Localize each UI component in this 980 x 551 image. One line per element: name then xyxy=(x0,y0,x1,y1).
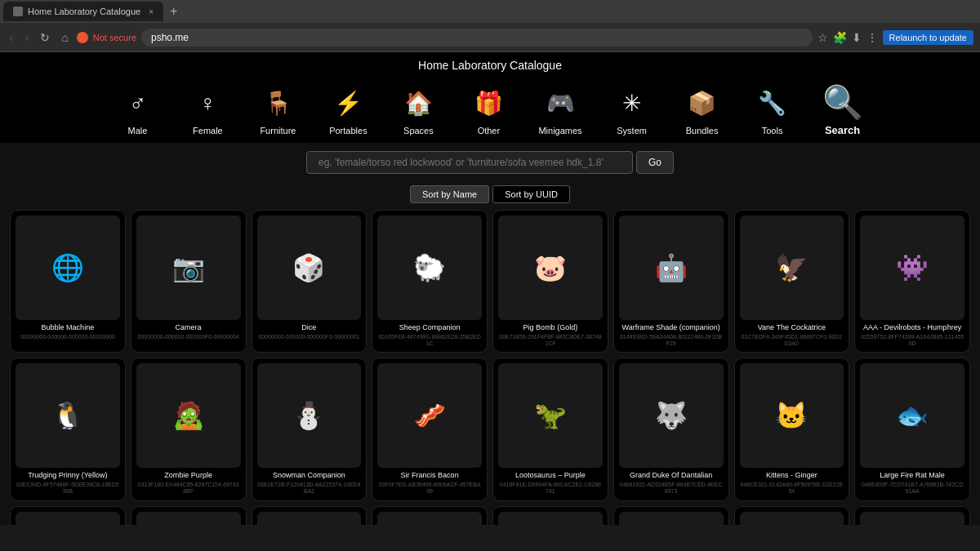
nav-spaces[interactable]: 🏠 Spaces xyxy=(383,80,453,139)
address-input[interactable] xyxy=(141,29,813,47)
catalogue-item[interactable]: 🐷 Pig Bomb (Gold) 00E71B59-291F4F8F-880C… xyxy=(492,210,608,353)
new-tab-button[interactable]: + xyxy=(163,4,184,19)
toolbar-icons: ☆ 🧩 ⬇ ⋮ Relaunch to update xyxy=(817,30,973,45)
nav-bundles[interactable]: 📦 Bundles xyxy=(667,80,737,139)
item-image: 🤖 xyxy=(619,216,724,320)
item-image: 🐧 xyxy=(16,363,120,468)
nav-furniture-label: Furniture xyxy=(260,126,296,136)
catalogue-item[interactable]: 🐨 Item 24 05000000-000000-000000-0000000… xyxy=(854,506,970,525)
catalogue-item[interactable]: 🤖 Warframe Shade (companion) 01449SED-59… xyxy=(613,210,729,353)
item-uuid: 00E71B59-291F4F8F-880C8DE7-387481CF xyxy=(498,334,603,348)
item-name: Kittens - Ginger xyxy=(766,471,817,480)
go-button[interactable]: Go xyxy=(636,151,674,174)
catalogue-item[interactable]: 🤖 Item 19 05000000-000000-000000-0000000… xyxy=(252,506,368,525)
menu-icon[interactable]: ⋮ xyxy=(866,31,878,44)
catalogue-item[interactable]: 🦖 Lootosaurus – Purple 0418F81E-D8994FA-… xyxy=(492,358,608,500)
search-nav-icon: 🔍 xyxy=(822,82,863,122)
portables-icon: ⚡ xyxy=(327,83,368,124)
item-image: 🐱 xyxy=(740,363,844,468)
item-uuid: 01449SED-59A34A08-80222480-0F32BF29 xyxy=(619,334,724,348)
item-image: 👾 xyxy=(860,216,964,320)
extensions-icon[interactable]: 🧩 xyxy=(833,31,847,44)
forward-button[interactable]: › xyxy=(22,29,33,46)
nav-portables-label: Portables xyxy=(329,126,367,136)
tools-icon: 🔧 xyxy=(752,83,793,124)
catalogue-item[interactable]: 🥓 Sir Francis Bacon 03F0F7ED-AB36466-890… xyxy=(372,358,488,500)
bookmark-icon[interactable]: ☆ xyxy=(817,31,828,44)
item-name: Lootosaurus – Purple xyxy=(515,471,586,480)
minigames-icon: 🎮 xyxy=(540,83,581,124)
search-input[interactable] xyxy=(306,151,633,174)
item-image: 🎲 xyxy=(257,216,362,320)
nav-minigames[interactable]: 🎮 Minigames xyxy=(523,80,596,139)
catalogue-item[interactable]: 🌟 Item 21 05000000-000000-000000-0000000… xyxy=(492,506,608,525)
item-name: Camera xyxy=(176,323,202,332)
nav-system[interactable]: ✳ System xyxy=(597,80,667,139)
catalogue-item[interactable]: 🐟 Large Fire Rat Male 048E403F-7CD741B7-… xyxy=(854,358,970,500)
item-image: 🐈 xyxy=(377,512,482,525)
item-image: 🐟 xyxy=(860,363,964,468)
catalogue-item[interactable]: 🧟 Zombie Purple 0313F180-EX484C95-8287C1… xyxy=(131,358,247,500)
sort-by-name-button[interactable]: Sort by Name xyxy=(410,185,489,203)
male-icon: ♂ xyxy=(117,83,158,124)
back-button[interactable]: ‹ xyxy=(7,29,17,46)
item-image: 🐨 xyxy=(860,512,964,525)
nav-furniture[interactable]: 🪑 Furniture xyxy=(243,80,313,139)
active-tab[interactable]: Home Laboratory Catalogue × xyxy=(3,2,163,21)
catalogue-item[interactable]: 👤 Item 17 05000000-000000-000000-0000000… xyxy=(10,506,126,525)
catalogue-item[interactable]: 🐕 Item 22 05000000-000000-000000-0000000… xyxy=(613,506,729,525)
reload-button[interactable]: ↻ xyxy=(37,29,53,46)
furniture-icon: 🪑 xyxy=(257,83,298,124)
item-uuid: 0313F180-EX484C95-8287C154-697438BF xyxy=(136,482,241,495)
sort-by-uuid-button[interactable]: Sort by UUID xyxy=(492,185,570,203)
item-image: 🦖 xyxy=(498,363,603,468)
nav-search[interactable]: 🔍 Search xyxy=(808,78,878,140)
tab-favicon xyxy=(13,7,23,16)
catalogue-item[interactable]: ⛄ Snowman Companion 03E2E72B-F120413D-8A… xyxy=(252,358,368,500)
nav-tools[interactable]: 🔧 Tools xyxy=(737,80,808,139)
download-icon[interactable]: ⬇ xyxy=(852,31,862,44)
nav-other[interactable]: 🎁 Other xyxy=(453,80,523,139)
catalogue-item[interactable]: 🐧 Trudging Prinny (Yellow) 02EC94D-8F574… xyxy=(10,358,126,500)
item-name: Zombie Purple xyxy=(164,471,212,480)
catalogue-item[interactable]: 🐈 Item 23 05000000-000000-000000-0000000… xyxy=(734,506,850,525)
catalogue-item[interactable]: 🐈 Item 20 05000000-000000-000000-0000000… xyxy=(372,506,488,525)
catalogue-item[interactable]: 🐑 Sheep Companion 00165FE8-487499S-88862… xyxy=(372,210,488,353)
female-icon: ♀ xyxy=(187,83,228,124)
item-image: 🐷 xyxy=(498,216,603,320)
catalogue-item[interactable]: 👺 Item 18 05000000-000000-000000-0000000… xyxy=(131,506,247,525)
relaunch-button[interactable]: Relaunch to update xyxy=(883,30,973,45)
catalogue-item[interactable]: 👾 AAA - Devilrobots - Humphrey 02559752-… xyxy=(854,210,970,353)
site-title: Home Laboratory Catalogue xyxy=(0,59,980,72)
search-bar: Go xyxy=(0,143,980,180)
nav-male[interactable]: ♂ Male xyxy=(102,80,172,139)
system-icon: ✳ xyxy=(612,83,653,124)
catalogue-item[interactable]: 🎲 Dice 00000000-000000-000000F3-00000001 xyxy=(252,210,368,353)
address-bar: ‹ › ↻ ⌂ Not secure ☆ 🧩 ⬇ ⋮ Relaunch to u… xyxy=(0,23,980,52)
home-button[interactable]: ⌂ xyxy=(58,29,71,46)
item-image: 👺 xyxy=(136,512,241,525)
item-uuid: 02559752-8FF74289-A1642B85-1314558D xyxy=(860,334,964,348)
catalogue-item[interactable]: 🐺 Grand Duke Of Dantalian 04681922-AD324… xyxy=(613,358,729,500)
tab-close-button[interactable]: × xyxy=(149,7,154,16)
item-uuid: 04681922-AD324B5F-864B7CED-8EEC8973 xyxy=(619,482,724,495)
item-image: 🦅 xyxy=(740,216,844,320)
nav-female[interactable]: ♀ Female xyxy=(172,80,243,139)
item-name: Sheep Companion xyxy=(399,323,461,332)
item-name: Trudging Prinny (Yellow) xyxy=(28,471,107,480)
catalogue-item[interactable]: 🦅 Vane The Cockatrice 01C7EDF8-349F45D1-… xyxy=(734,210,850,353)
item-uuid: 01C7EDF8-349F45D1-86897CF0-90D2E0A0 xyxy=(740,334,844,348)
nav-portables[interactable]: ⚡ Portables xyxy=(313,80,383,139)
nav-male-label: Male xyxy=(127,126,147,136)
nav-tools-label: Tools xyxy=(762,126,783,136)
nav-spaces-label: Spaces xyxy=(403,126,434,136)
other-icon: 🎁 xyxy=(468,83,509,124)
catalogue-item[interactable]: 🌐 Bubble Machine 00000000-000000-000000-… xyxy=(10,210,126,353)
catalogue-grid: 🌐 Bubble Machine 00000000-000000-000000-… xyxy=(0,210,980,525)
security-dot xyxy=(77,32,88,43)
nav-icons: ♂ Male ♀ Female 🪑 Furniture ⚡ Portables … xyxy=(0,78,980,140)
catalogue-item[interactable]: 🐱 Kittens - Ginger 048CE321-6142A60-6F50… xyxy=(734,358,850,500)
catalogue-item[interactable]: 📷 Camera 00000000-000000-000000F0-000000… xyxy=(131,210,247,353)
item-name: Warframe Shade (companion) xyxy=(622,323,720,332)
item-image: 🐈 xyxy=(740,512,844,525)
